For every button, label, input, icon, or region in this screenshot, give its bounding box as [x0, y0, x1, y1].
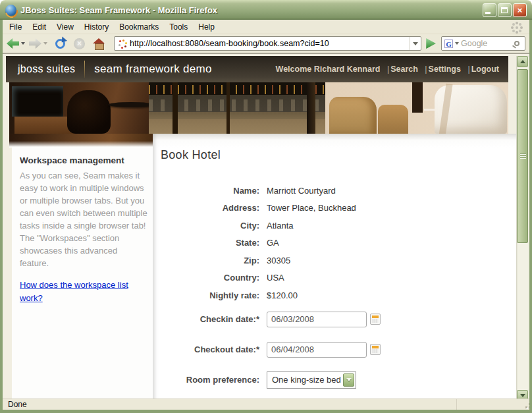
search-bar[interactable]: G: [441, 36, 525, 51]
booking-form: Name: Marriott Courtyard Address: Tower …: [161, 182, 529, 395]
menu-view[interactable]: View: [51, 20, 79, 34]
field-row-country: Country: USA: [161, 269, 529, 287]
select-dropdown-button[interactable]: [343, 373, 354, 387]
book-hotel-panel: Book Hotel Name: Marriott Courtyard Addr…: [153, 134, 529, 402]
menu-file[interactable]: File: [4, 20, 27, 34]
field-label: Nightly rate:: [161, 290, 259, 300]
stop-button[interactable]: ×: [70, 38, 88, 49]
chevron-down-icon: [520, 394, 525, 397]
checkout-calendar-button[interactable]: [370, 344, 381, 355]
nav-separator: |: [425, 65, 427, 74]
reload-button[interactable]: [51, 39, 69, 49]
field-row-nightly-rate: Nightly rate: $120.00: [161, 287, 529, 304]
brand-divider: [84, 61, 85, 78]
menu-bar: File Edit View History Bookmarks Tools H…: [3, 20, 529, 34]
go-icon: [425, 38, 436, 49]
window-title: JBoss Suites: Seam Framework - Mozilla F…: [20, 5, 483, 15]
status-text: Done: [3, 400, 27, 409]
window-border-left: [0, 20, 3, 413]
field-value: USA: [267, 273, 284, 283]
forward-button[interactable]: [29, 38, 50, 49]
field-value: Marriott Courtyard: [267, 186, 336, 196]
header-user-nav: Welcome Richard Kennard |Search |Setting…: [276, 65, 499, 74]
page-viewport: jboss suites seam framework demo Welcome…: [3, 53, 529, 402]
back-history-dropdown[interactable]: [21, 42, 25, 45]
close-button[interactable]: ×: [513, 3, 527, 17]
field-label: State:: [161, 238, 259, 248]
workspace-help-link[interactable]: How does the workspace list work?: [20, 279, 147, 305]
reload-icon: [55, 39, 65, 49]
menu-edit[interactable]: Edit: [27, 20, 51, 34]
header-link-search[interactable]: Search: [390, 65, 418, 74]
welcome-text: Welcome Richard Kennard: [276, 65, 381, 74]
scroll-up-button[interactable]: [517, 56, 528, 67]
url-bar[interactable]: [114, 36, 421, 51]
field-label: Checkin date:*: [161, 314, 259, 324]
sidebar-description: As you can see, Seam makes it easy to wo…: [20, 169, 147, 269]
header-link-settings[interactable]: Settings: [429, 65, 461, 74]
banner-armchair: [329, 97, 377, 134]
banner-window-frame: [226, 82, 230, 134]
field-label: Country:: [161, 273, 259, 283]
window-border-bottom: [0, 410, 532, 413]
chevron-down-icon: [413, 42, 418, 45]
field-value: Atlanta: [267, 221, 293, 231]
menu-bookmarks[interactable]: Bookmarks: [114, 20, 164, 34]
chevron-up-icon: [520, 60, 525, 63]
window-border-right: [529, 20, 532, 413]
maximize-button[interactable]: [498, 3, 512, 17]
field-value: Tower Place, Buckhead: [267, 203, 356, 213]
firefox-icon: [5, 5, 16, 16]
forward-arrow-icon: [29, 38, 41, 49]
checkin-date-input[interactable]: [267, 312, 367, 327]
field-label: City:: [161, 221, 259, 231]
room-preference-select[interactable]: One king-size bed: [267, 372, 356, 389]
url-history-dropdown[interactable]: [410, 37, 421, 50]
banner-furniture: [412, 82, 423, 113]
sidebar-heading: Workspace management: [20, 155, 147, 165]
browser-window: JBoss Suites: Seam Framework - Mozilla F…: [0, 0, 532, 413]
scrollbar-thumb[interactable]: [517, 69, 528, 243]
menu-history[interactable]: History: [79, 20, 114, 34]
nav-separator: |: [467, 65, 469, 74]
field-value: 30305: [267, 256, 290, 265]
url-input[interactable]: [130, 37, 410, 50]
field-row-checkin-date: Checkin date:*: [161, 304, 529, 335]
search-icon[interactable]: [514, 41, 519, 46]
header-link-logout[interactable]: Logout: [471, 65, 499, 74]
banner-desk-chair: [67, 90, 111, 134]
activity-throbber-icon: [511, 22, 521, 32]
back-button[interactable]: [7, 38, 28, 49]
title-bar[interactable]: JBoss Suites: Seam Framework - Mozilla F…: [0, 0, 532, 20]
home-icon: [93, 38, 105, 49]
search-engine-dropdown[interactable]: [455, 42, 459, 45]
menu-tools[interactable]: Tools: [164, 20, 193, 34]
checkin-calendar-button[interactable]: [370, 314, 381, 325]
field-row-name: Name: Marriott Courtyard: [161, 182, 529, 200]
site-favicon: [118, 39, 127, 48]
vertical-scrollbar[interactable]: [516, 56, 529, 402]
field-row-zip: Zip: 30305: [161, 252, 529, 269]
brand-jboss-suites: jboss suites: [18, 63, 75, 75]
banner-table: [108, 102, 154, 107]
go-button[interactable]: [424, 38, 440, 49]
field-label: Room preference:: [161, 375, 259, 385]
field-row-state: State: GA: [161, 234, 529, 252]
field-value: GA: [267, 238, 279, 248]
workspace-sidebar: Workspace management As you can see, Sea…: [12, 148, 153, 402]
search-input[interactable]: [461, 37, 514, 50]
field-row-checkout-date: Checkout date:*: [161, 335, 529, 365]
banner-armchair: [378, 105, 408, 134]
forward-history-dropdown[interactable]: [43, 42, 47, 45]
hotel-banner-photo-left-extension: [9, 134, 153, 148]
menu-help[interactable]: Help: [193, 20, 220, 34]
status-divider: [456, 399, 457, 410]
home-button[interactable]: [90, 38, 110, 49]
checkout-date-input[interactable]: [267, 342, 367, 358]
field-row-city: City: Atlanta: [161, 217, 529, 234]
app-title: seam framework demo: [94, 63, 212, 76]
minimize-icon: [485, 12, 491, 14]
chevron-down-icon: [346, 378, 352, 381]
minimize-button[interactable]: [483, 3, 496, 17]
field-label: Name:: [161, 186, 259, 196]
